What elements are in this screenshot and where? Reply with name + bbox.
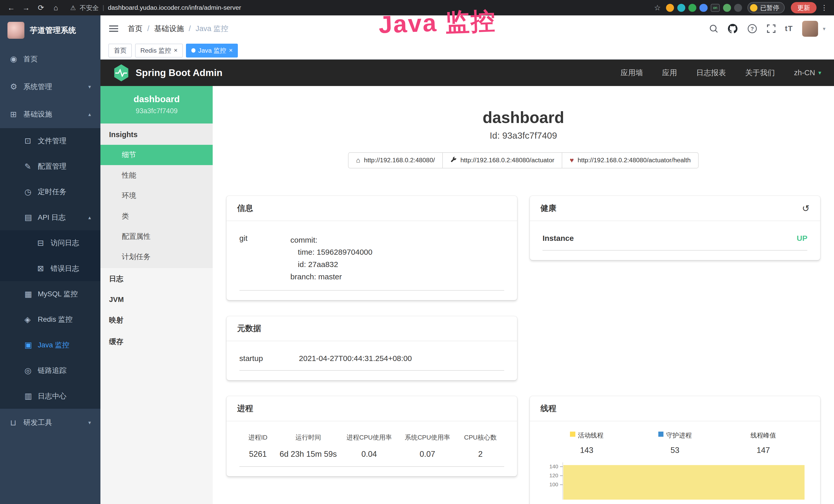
browser-back-icon[interactable]: ← — [5, 4, 17, 12]
legend-value: 147 — [719, 446, 808, 455]
database-icon: ▦ — [24, 289, 38, 299]
breadcrumb-item-home[interactable]: 首页 — [128, 24, 142, 34]
document-icon: ⊠ — [37, 264, 50, 273]
legend-label: 线程峰值 — [750, 431, 776, 439]
instance-links: ⌂ http://192.168.0.2:48080/ http://192.1… — [226, 152, 820, 168]
sidebar-item-redis-monitor[interactable]: ◈ Redis 监控 — [0, 307, 101, 332]
sidebar-item-dev-tools[interactable]: ⊔ 研发工具 ▾ — [0, 409, 101, 436]
sidebar-item-error-log[interactable]: ⊠ 错误日志 — [0, 256, 101, 281]
close-icon[interactable]: × — [229, 47, 233, 54]
info-key: git — [239, 234, 290, 283]
sba-nav-about[interactable]: 关于我们 — [745, 68, 775, 78]
help-icon[interactable]: ? — [747, 24, 757, 33]
history-icon[interactable]: ↺ — [802, 203, 809, 214]
threads-legend: 活动线程 143 守护进程 53 — [543, 431, 807, 455]
sidebar-item-label: Redis 监控 — [38, 315, 72, 324]
info-value: commit: time: 1596289704000 id: 27aa832 … — [290, 234, 372, 283]
edit-icon: ✎ — [24, 162, 38, 171]
tab-label: 首页 — [114, 46, 127, 55]
browser-home-icon[interactable]: ⌂ — [50, 4, 62, 12]
profile-paused-chip[interactable]: 已暂停 — [747, 2, 785, 13]
tab-java-monitor[interactable]: Java 监控 × — [186, 44, 238, 58]
search-icon[interactable] — [709, 24, 719, 33]
health-instance-label[interactable]: Instance — [543, 234, 574, 243]
browser-menu-icon[interactable]: ⋮ — [821, 4, 828, 12]
sidebar-item-system-manage[interactable]: ⚙ 系统管理 ▾ — [0, 73, 101, 101]
fullscreen-icon[interactable] — [766, 24, 776, 33]
sidebar-item-java-monitor[interactable]: ▣ Java 监控 — [0, 332, 101, 358]
chevron-up-icon: ▴ — [88, 214, 91, 221]
legend-label: 守护进程 — [666, 431, 692, 439]
sba-nav-links: 应用墙 应用 日志报表 关于我们 zh-CN ▾ — [620, 68, 821, 78]
close-icon[interactable]: × — [174, 47, 178, 54]
actuator-url-link[interactable]: http://192.168.0.2:48080/actuator — [443, 152, 562, 168]
sba-item-logging[interactable]: 日志 — [101, 268, 213, 290]
service-url-link[interactable]: ⌂ http://192.168.0.2:48080/ — [348, 152, 443, 168]
tab-home[interactable]: 首页 — [108, 44, 132, 58]
table-row: 5261 6d 23h 15m 59s 0.04 0.07 2 — [239, 445, 504, 466]
sba-nav-wall[interactable]: 应用墙 — [620, 68, 643, 78]
redis-icon: ◈ — [24, 315, 38, 324]
sidebar-item-mysql-monitor[interactable]: ▦ MySQL 监控 — [0, 281, 101, 306]
sidebar-item-scheduled-task[interactable]: ◷ 定时任务 — [0, 179, 101, 205]
sba-instance-header[interactable]: dashboard 93a3fc7f7409 — [101, 86, 213, 123]
sba-brand[interactable]: Spring Boot Admin — [113, 65, 222, 82]
sba-item-scheduled-tasks[interactable]: 计划任务 — [101, 247, 213, 267]
sidebar-item-infrastructure[interactable]: ⊞ 基础设施 ▴ — [0, 100, 101, 128]
extension-icon[interactable] — [666, 4, 674, 12]
sba-nav-journal[interactable]: 日志报表 — [696, 68, 726, 78]
extension-icon[interactable] — [723, 4, 731, 12]
locale-selector[interactable]: zh-CN ▾ — [794, 69, 821, 77]
health-url-link[interactable]: ♥ http://192.168.0.2:48080/actuator/heal… — [562, 152, 699, 168]
font-size-icon[interactable]: tT — [785, 24, 793, 33]
locale-label: zh-CN — [794, 69, 815, 77]
sba-item-config-props[interactable]: 配置属性 — [101, 226, 213, 247]
extension-icon[interactable] — [699, 4, 707, 12]
page-title: dashboard — [226, 108, 820, 127]
tab-redis-monitor[interactable]: Redis 监控 × — [135, 44, 183, 58]
sba-item-beans[interactable]: 类 — [101, 206, 213, 226]
tab-label: Java 监控 — [198, 46, 226, 55]
sidebar-item-home[interactable]: ◉ 首页 — [0, 45, 101, 73]
sidebar-item-access-log[interactable]: ⊟ 访问日志 — [0, 230, 101, 256]
breadcrumb-separator: / — [148, 24, 150, 33]
sba-item-metrics[interactable]: 性能 — [101, 165, 213, 185]
sba-item-environment[interactable]: 环境 — [101, 185, 213, 206]
bookmark-star-icon[interactable]: ☆ — [654, 3, 661, 12]
sidebar-item-tracing[interactable]: ◎ 链路追踪 — [0, 358, 101, 383]
address-bar[interactable]: ⚠ 不安全 | dashboard.yudao.iocoder.cn/infra… — [70, 4, 651, 12]
sba-item-jvm[interactable]: JVM — [101, 290, 213, 310]
url-text: dashboard.yudao.iocoder.cn/infra/admin-s… — [108, 4, 241, 11]
user-avatar[interactable] — [802, 21, 818, 37]
extension-on-icon[interactable]: on — [711, 4, 720, 12]
breadcrumb-item-infrastructure[interactable]: 基础设施 — [154, 24, 184, 34]
legend-daemon-threads: 守护进程 53 — [631, 431, 719, 455]
sidebar-item-config-manage[interactable]: ✎ 配置管理 — [0, 154, 101, 179]
sidebar-item-label: 基础设施 — [23, 109, 52, 119]
browser-update-button[interactable]: 更新 — [791, 2, 816, 13]
info-card: 信息 git commit: time: 1596289704000 id: 2… — [226, 196, 517, 300]
sidebar-item-file-manage[interactable]: ⊡ 文件管理 — [0, 128, 101, 154]
sidebar-item-log-center[interactable]: ▥ 日志中心 — [0, 383, 101, 409]
extension-icon[interactable] — [677, 4, 685, 12]
sba-item-mappings[interactable]: 映射 — [101, 310, 213, 331]
sidebar-toggle-icon[interactable] — [109, 25, 118, 32]
header-actions: ? tT ▾ — [709, 21, 826, 37]
sba-insights-section: Insights 细节 性能 环境 类 配置属性 计划任务 — [101, 123, 213, 268]
info-line: id: 27aa832 — [290, 258, 372, 271]
card-title: 健康 — [541, 203, 556, 214]
infrastructure-submenu: ⊡ 文件管理 ✎ 配置管理 ◷ 定时任务 ▤ API 日志 ▴ ⊟ — [0, 128, 101, 409]
github-icon[interactable] — [727, 23, 738, 34]
browser-forward-icon[interactable]: → — [20, 4, 32, 12]
extension-icon[interactable] — [734, 4, 742, 12]
extension-icon[interactable] — [688, 4, 696, 12]
sba-nav-applications[interactable]: 应用 — [662, 68, 677, 78]
app-logo[interactable]: 芋道管理系统 — [0, 16, 101, 45]
browser-refresh-icon[interactable]: ⟳ — [35, 3, 47, 12]
sba-item-details[interactable]: 细节 — [101, 145, 213, 165]
avatar-caret-icon[interactable]: ▾ — [823, 26, 825, 32]
sidebar-item-api-log[interactable]: ▤ API 日志 ▴ — [0, 205, 101, 230]
sidebar-item-label: 定时任务 — [38, 187, 67, 197]
sba-item-caches[interactable]: 缓存 — [101, 331, 213, 352]
app-logo-image — [7, 22, 24, 39]
